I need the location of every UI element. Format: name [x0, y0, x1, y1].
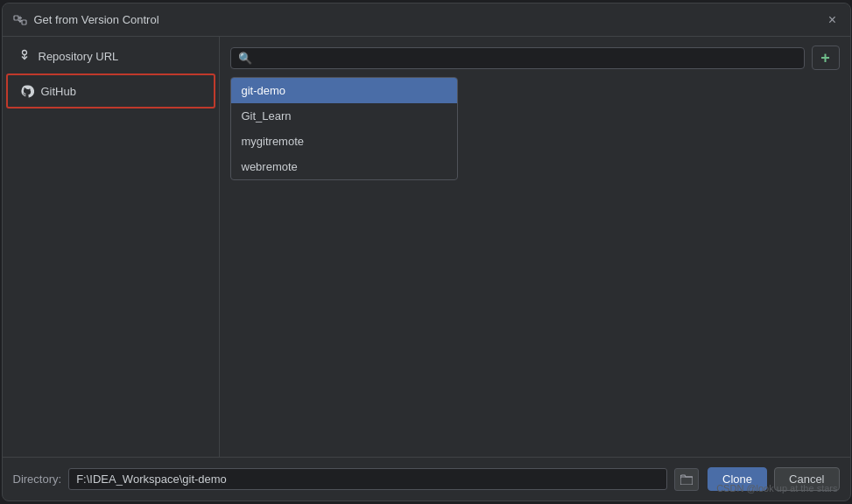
search-input[interactable] [257, 52, 797, 65]
dropdown-item-2[interactable]: mygitremote [231, 129, 457, 154]
search-box[interactable]: 🔍 [230, 47, 805, 69]
title-bar: Get from Version Control × [3, 4, 850, 37]
svg-rect-1 [22, 20, 26, 24]
directory-input[interactable] [68, 468, 667, 490]
vcs-title-icon [13, 13, 27, 27]
dialog-title: Get from Version Control [34, 13, 159, 26]
autocomplete-dropdown: git-demo Git_Learn mygitremote webremote [230, 77, 458, 180]
main-content: 🔍 + git-demo Git_Learn mygitremote webre… [220, 37, 850, 457]
dropdown-item-0[interactable]: git-demo [231, 78, 457, 103]
sidebar-item-repository-url-label: Repository URL [39, 50, 119, 63]
dialog-body: Repository URL GitHub 🔍 + [3, 37, 850, 457]
github-icon [20, 84, 34, 98]
dropdown-item-1[interactable]: Git_Learn [231, 103, 457, 129]
directory-browse-button[interactable] [674, 468, 699, 491]
sidebar-item-github-label: GitHub [41, 85, 76, 98]
sidebar-item-repository-url[interactable]: Repository URL [3, 40, 219, 72]
repo-icon [18, 49, 32, 63]
search-icon: 🔍 [238, 52, 252, 65]
title-bar-left: Get from Version Control [13, 13, 159, 27]
close-button[interactable]: × [826, 13, 840, 27]
bottom-bar: Directory: Clone Cancel [3, 457, 850, 500]
sidebar: Repository URL GitHub [3, 37, 220, 457]
svg-rect-6 [680, 477, 693, 485]
directory-label: Directory: [13, 472, 62, 486]
watermark: CSDN @look up at the stars [716, 483, 837, 494]
svg-rect-0 [14, 16, 18, 20]
add-button[interactable]: + [812, 46, 840, 70]
svg-point-4 [22, 51, 26, 55]
get-from-vcs-dialog: Get from Version Control × Repository UR… [2, 3, 851, 501]
search-row: 🔍 + [230, 46, 840, 70]
sidebar-item-github[interactable]: GitHub [6, 74, 215, 108]
dropdown-item-3[interactable]: webremote [231, 154, 457, 179]
directory-row: Directory: [13, 468, 700, 491]
